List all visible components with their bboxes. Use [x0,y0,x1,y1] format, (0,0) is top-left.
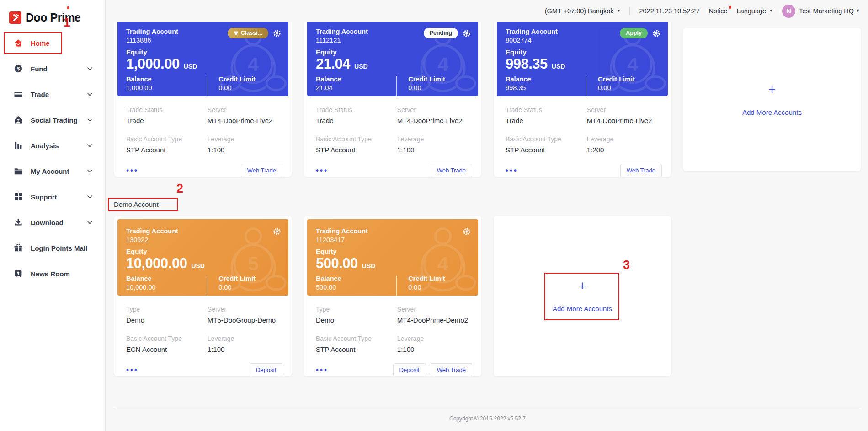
card-header: Trading Account 1112121 Pending Equity 2… [307,20,478,96]
info-label: Type [126,306,208,313]
sidebar: Doo Prime Home $ Fund Trade Social Tradi… [0,0,106,431]
demo-row: Trading Account 130922 Equity 10,000.00 … [114,216,861,376]
more-actions-dots[interactable]: ••• [126,167,138,174]
info-label: Server [208,306,282,313]
info-cell: Server MT4-DooPrime-Demo2 [397,306,472,324]
credit-limit-value: 0.00 [408,284,445,291]
add-account-card[interactable]: + Add More Accounts 3 [494,216,671,376]
add-more-accounts-label: Add More Accounts [553,305,612,312]
more-actions-dots[interactable]: ••• [126,366,138,374]
web-trade-button[interactable]: Web Trade [241,164,282,177]
balance-value: 998.35 [506,84,586,92]
balance-label: Balance [316,275,396,282]
credit-limit-label: Credit Limit [218,275,256,282]
annotation-step-1: 1 [64,16,70,29]
sidebar-item-news-room[interactable]: News Room [0,261,105,286]
sidebar-item-social-trading[interactable]: Social Trading [0,107,105,133]
sidebar-item-download[interactable]: Download [0,210,105,235]
info-cell: Basic Account Type ECN Account [126,335,208,353]
info-label: Leverage [587,135,662,143]
trading-account-label: Trading Account [126,227,178,235]
timezone-selector[interactable]: (GMT +07:00) Bangkok ▼ [545,7,621,15]
chevron-down-icon [87,93,92,96]
sidebar-item-fund[interactable]: $ Fund [0,56,105,81]
card-buttons: Deposit [250,363,282,376]
status-badge[interactable]: Apply [620,28,648,38]
sidebar-item-home[interactable]: Home [0,30,105,56]
download-icon [14,218,23,227]
user-menu[interactable]: N Test Marketing HQ ▼ [782,5,860,18]
info-label: Server [208,106,282,113]
deposit-button[interactable]: Deposit [250,363,282,376]
sidebar-item-analysis[interactable]: Analysis [0,133,105,158]
info-label: Leverage [397,335,472,342]
web-trade-button[interactable]: Web Trade [620,164,662,177]
info-value: STP Account [316,146,397,154]
avatar: N [782,5,795,18]
notice-button[interactable]: Notice [708,7,727,15]
info-cell: Trade Status Trade [126,106,208,124]
plus-icon: + [768,83,776,97]
status-badge[interactable]: Classi... [228,28,268,38]
info-cell: Leverage 1:100 [208,135,282,154]
settings-gear-icon[interactable] [652,29,660,38]
info-label: Basic Account Type [316,135,397,143]
info-cell: Trade Status Trade [316,106,397,124]
user-name: Test Marketing HQ [799,7,854,15]
balance-label: Balance [126,75,207,83]
sidebar-item-trade[interactable]: Trade [0,81,105,107]
add-more-accounts-label: Add More Accounts [742,108,802,116]
credit-limit-value: 0.00 [598,84,635,92]
info-cell: Basic Account Type STP Account [126,135,208,154]
topbar-divider [629,7,630,15]
web-trade-button[interactable]: Web Trade [431,164,472,177]
equity-label: Equity [126,48,281,56]
chevron-down-icon [87,67,92,70]
settings-gear-icon[interactable] [273,227,281,236]
sidebar-item-my-account[interactable]: My Account [0,158,105,184]
trading-account-number: 130922 [126,236,178,243]
info-cell: Server MT4-DooPrime-Live2 [208,106,282,124]
chevron-down-icon [87,195,92,199]
settings-gear-icon[interactable] [463,227,471,236]
chevron-down-icon [87,119,92,122]
status-badge-label: Pending [430,30,452,37]
sidebar-item-support[interactable]: Support [0,184,105,210]
info-value: ECN Account [126,345,208,353]
info-value: Trade [126,117,208,124]
sidebar-item-login-points-mall[interactable]: Login Points Mall [0,235,105,261]
card-buttons: DepositWeb Trade [393,363,472,376]
deposit-button[interactable]: Deposit [393,363,426,376]
more-actions-dots[interactable]: ••• [316,366,328,374]
language-selector[interactable]: Language ▼ [737,7,773,15]
settings-gear-icon[interactable] [273,29,281,38]
trading-account-number: 1112121 [316,37,368,44]
brand-logo[interactable]: Doo Prime [0,0,105,28]
equity-label: Equity [126,248,281,255]
equity-currency: USD [354,63,368,70]
card-header: Trading Account 8002774 Apply Equity 998… [497,20,668,96]
equity-label: Equity [506,48,660,56]
demo-account-label: Demo Account [108,198,178,211]
credit-limit-label: Credit Limit [598,75,635,83]
gift-icon [14,243,23,253]
equity-value: 10,000.00 [126,255,187,272]
web-trade-button[interactable]: Web Trade [431,363,472,376]
info-cell: Server MT5-DooGroup-Demo [208,306,282,324]
more-actions-dots[interactable]: ••• [506,167,518,174]
balance-value: 21.04 [316,84,396,92]
more-actions-dots[interactable]: ••• [316,167,328,174]
add-account-card[interactable]: + Add More Accounts [683,28,861,171]
account-card: Trading Account 1112121 Pending Equity 2… [304,16,481,177]
balance-label: Balance [126,275,207,282]
settings-gear-icon[interactable] [463,29,471,38]
account-card: Trading Account 1113886 Classi... Equity… [114,16,292,177]
info-cell: Leverage 1:100 [208,335,282,353]
credit-limit-label: Credit Limit [218,75,256,83]
info-label: Basic Account Type [316,335,397,342]
credit-limit-value: 0.00 [218,84,256,92]
card-buttons: Web Trade [431,164,472,177]
info-cell: Leverage 1:200 [587,135,662,154]
info-value: Demo [316,316,397,324]
info-value: MT5-DooGroup-Demo [208,316,282,324]
